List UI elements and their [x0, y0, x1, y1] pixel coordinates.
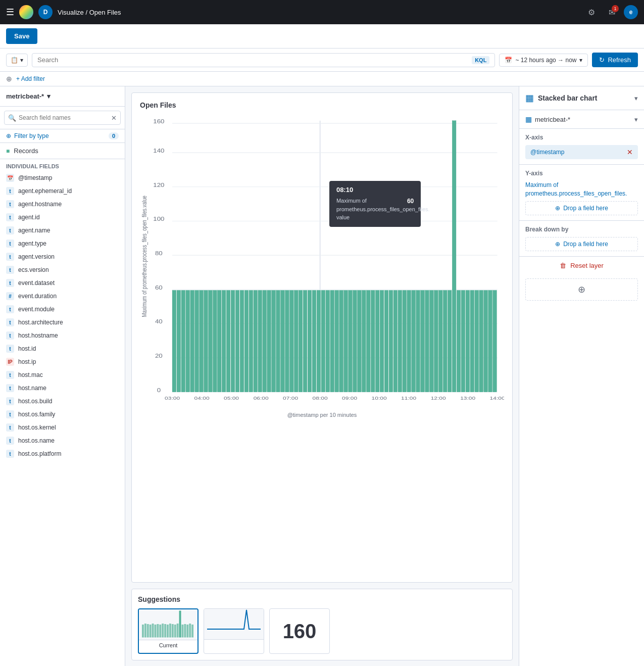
trash-icon: 🗑: [560, 262, 566, 269]
field-item-ecs.version[interactable]: t ecs.version: [0, 263, 125, 276]
user-avatar[interactable]: e: [624, 5, 638, 19]
refresh-button[interactable]: ↻ Refresh: [592, 53, 638, 67]
x-axis-field: @timestamp: [530, 149, 565, 156]
svg-rect-67: [384, 290, 388, 392]
field-item-agent.type[interactable]: t agent.type: [0, 237, 125, 250]
svg-text:Maximum of prometheus.process_: Maximum of prometheus.process_files_open…: [141, 196, 147, 317]
breakdown-drop-field-button[interactable]: ⊕ Drop a field here: [525, 237, 638, 251]
chart-type-chevron-icon[interactable]: ▾: [634, 94, 638, 102]
field-item-event.dataset[interactable]: t event.dataset: [0, 276, 125, 290]
field-type-badge: t: [6, 200, 14, 208]
settings-icon[interactable]: ⚙: [583, 4, 600, 20]
field-type-badge: #: [6, 292, 14, 300]
index-selector[interactable]: 📋 ▾: [6, 54, 28, 67]
filter-icon: ⊕: [6, 75, 12, 83]
svg-rect-57: [339, 290, 343, 392]
svg-rect-115: [169, 624, 171, 637]
add-layer-button[interactable]: ⊕: [525, 278, 638, 301]
field-item-host.os.build[interactable]: t host.os.build: [0, 395, 125, 408]
field-item-host.hostname[interactable]: t host.hostname: [0, 329, 125, 342]
svg-rect-106: [147, 624, 149, 638]
field-item-host.name[interactable]: t host.name: [0, 382, 125, 395]
x-axis-section: X-axis @timestamp ✕: [519, 129, 644, 165]
field-item-agent.name[interactable]: t agent.name: [0, 224, 125, 237]
add-filter-button[interactable]: + Add filter: [16, 75, 45, 82]
svg-rect-51: [312, 290, 316, 392]
field-name-label: agent.id: [18, 214, 40, 221]
field-name-label: event.module: [18, 306, 55, 313]
search-bar: 📋 ▾ KQL 📅 ~ 12 hours ago → now ▾ ↻ Refre…: [0, 49, 644, 72]
clear-search-icon[interactable]: ✕: [111, 114, 117, 122]
field-type-badge: t: [6, 423, 14, 432]
x-axis-label: X-axis: [525, 134, 638, 141]
field-item-host.architecture[interactable]: t host.architecture: [0, 316, 125, 329]
search-field[interactable]: KQL: [32, 53, 495, 67]
field-item-host.os.platform[interactable]: t host.os.platform: [0, 447, 125, 460]
field-item-agent.version[interactable]: t agent.version: [0, 250, 125, 263]
field-type-badge: t: [6, 226, 14, 234]
config-datasource[interactable]: ▦ metricbeat-* ▾: [519, 110, 644, 129]
notifications-button[interactable]: ✉ 1: [604, 4, 620, 20]
field-name-label: host.os.platform: [18, 450, 61, 457]
records-row[interactable]: ■ Records: [0, 143, 125, 159]
field-item-host.os.kernel[interactable]: t host.os.kernel: [0, 421, 125, 434]
svg-text:09:00: 09:00: [342, 395, 357, 401]
reset-layer-button[interactable]: 🗑 Reset layer: [519, 257, 644, 274]
hamburger-icon[interactable]: ☰: [6, 7, 14, 18]
svg-rect-104: [142, 625, 144, 638]
field-item-agent.hostname[interactable]: t agent.hostname: [0, 198, 125, 211]
search-fields-input[interactable]: [4, 111, 121, 125]
field-name-label: host.os.build: [18, 398, 52, 405]
svg-rect-87: [475, 290, 479, 392]
field-name-label: host.ip: [18, 358, 36, 365]
field-item-host.ip[interactable]: IP host.ip: [0, 355, 125, 368]
field-item-host.mac[interactable]: t host.mac: [0, 368, 125, 382]
svg-rect-109: [155, 625, 157, 638]
search-input[interactable]: [37, 56, 472, 64]
suggestion-label-current: Current: [139, 640, 197, 650]
svg-rect-59: [349, 290, 353, 392]
fields-list: 📅 @timestampt agent.ephemeral_idt agent.…: [0, 171, 125, 666]
svg-rect-31: [222, 290, 226, 392]
x-axis-remove-icon[interactable]: ✕: [627, 148, 633, 156]
field-name-label: host.os.kernel: [18, 424, 56, 431]
svg-rect-46: [290, 290, 294, 392]
svg-rect-53: [321, 290, 325, 392]
field-item-host.os.family[interactable]: t host.os.family: [0, 408, 125, 421]
svg-rect-75: [421, 290, 425, 392]
svg-rect-20: [172, 290, 176, 392]
suggestion-card-current[interactable]: Current: [138, 608, 199, 654]
field-item-host.id[interactable]: t host.id: [0, 342, 125, 355]
svg-rect-114: [167, 625, 169, 638]
time-picker[interactable]: 📅 ~ 12 hours ago → now ▾: [499, 54, 588, 67]
field-item-agent.id[interactable]: t agent.id: [0, 211, 125, 224]
field-type-badge: t: [6, 437, 14, 445]
svg-rect-117: [174, 625, 176, 638]
field-item-@timestamp[interactable]: 📅 @timestamp: [0, 171, 125, 184]
field-item-host.os.name[interactable]: t host.os.name: [0, 434, 125, 447]
time-chevron-icon: ▾: [579, 57, 582, 64]
suggestion-card-line[interactable]: [204, 608, 264, 654]
svg-rect-71: [403, 290, 407, 392]
chart-title: Open Files: [140, 101, 504, 109]
filter-bar: ⊕ + Add filter: [0, 72, 644, 86]
save-button[interactable]: Save: [6, 28, 37, 44]
field-item-event.module[interactable]: t event.module: [0, 303, 125, 316]
suggestion-card-number[interactable]: 160: [269, 608, 330, 654]
field-item-event.duration[interactable]: # event.duration: [0, 290, 125, 303]
svg-rect-36: [244, 290, 249, 392]
field-name-label: host.id: [18, 345, 36, 352]
svg-rect-116: [172, 624, 174, 638]
svg-rect-90: [488, 290, 492, 392]
svg-rect-35: [240, 290, 244, 392]
svg-rect-120: [182, 625, 184, 638]
svg-text:07:00: 07:00: [283, 395, 298, 401]
field-item-agent.ephemeral_id[interactable]: t agent.ephemeral_id: [0, 184, 125, 198]
y-axis-drop-field-button[interactable]: ⊕ Drop a field here: [525, 201, 638, 215]
svg-rect-91: [493, 290, 497, 392]
filter-by-type-row[interactable]: ⊕ Filter by type 0: [0, 129, 125, 143]
svg-text:0: 0: [157, 387, 161, 393]
main-layout: metricbeat-* ▾ 🔍 ✕ ⊕ Filter by type 0 ■ …: [0, 86, 644, 666]
svg-rect-60: [353, 290, 357, 392]
data-source-selector[interactable]: metricbeat-* ▾: [0, 86, 125, 107]
